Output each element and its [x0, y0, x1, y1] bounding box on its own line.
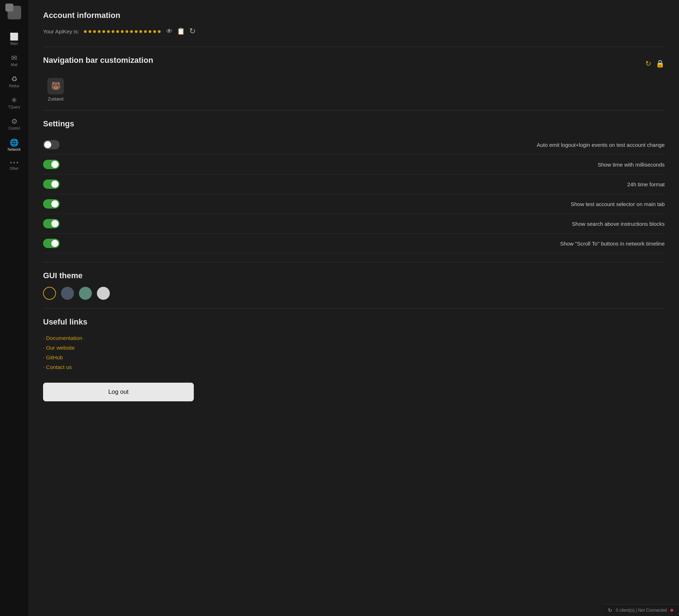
sidebar-item-label: Network [8, 148, 21, 151]
setting-row-show-time-ms: Show time with milliseconds [43, 155, 665, 174]
sidebar-item-label: Main [10, 42, 18, 46]
settings-section: Settings Auto emit logout+login events o… [43, 119, 665, 253]
setting-label-search-above: Show search above instructions blocks [67, 221, 665, 227]
setting-row-scroll-to: Show "Scroll To" buttons in network time… [43, 234, 665, 253]
sidebar-item-redux[interactable]: ♻ Redux [0, 71, 28, 92]
main-icon: ⬜ [10, 33, 19, 40]
setting-row-search-above: Show search above instructions blocks [43, 214, 665, 234]
link-documentation[interactable]: · Documentation [43, 333, 665, 343]
toggle-knob [51, 181, 58, 188]
sidebar: ⬜ Main ✉ Mail ♻ Redux ✳ TQuery ⚙ Control… [0, 0, 29, 616]
setting-label-test-account: Show test account selector on main tab [67, 201, 665, 207]
tquery-icon: ✳ [11, 97, 17, 104]
eye-icon[interactable]: 👁 [166, 28, 173, 35]
divider-2 [43, 110, 665, 111]
copy-icon[interactable]: 📋 [177, 27, 185, 35]
toggle-knob [51, 240, 58, 247]
sidebar-item-label: Other [10, 167, 19, 171]
logout-button[interactable]: Log out [43, 383, 194, 401]
sidebar-item-mail[interactable]: ✉ Mail [0, 50, 28, 71]
main-content: Account information Your ApiKey is: ●●●●… [29, 0, 679, 616]
link-our-website[interactable]: · Our website [43, 343, 665, 353]
divider-3 [43, 262, 665, 262]
setting-label-show-time-ms: Show time with milliseconds [67, 162, 665, 168]
divider-1 [43, 47, 665, 47]
refresh-apikey-icon[interactable]: ↻ [189, 27, 196, 36]
navbar-header: Navigation bar customization ↻ 🔒 [43, 56, 665, 71]
zustand-label: Zustand [48, 97, 63, 102]
toggle-knob [51, 161, 58, 168]
toggle-knob [51, 220, 58, 227]
toggle-show-time-ms[interactable] [43, 160, 60, 169]
toggle-auto-emit[interactable] [43, 140, 60, 149]
navbar-title: Navigation bar customization [43, 56, 153, 65]
sidebar-item-control[interactable]: ⚙ Control [0, 113, 28, 135]
toggle-knob [51, 200, 58, 207]
connection-status-dot [670, 609, 673, 612]
sidebar-item-tquery[interactable]: ✳ TQuery [0, 92, 28, 113]
sidebar-item-label: TQuery [8, 105, 20, 109]
sidebar-logo [5, 4, 23, 22]
sidebar-item-network[interactable]: 🌐 Network [0, 135, 28, 156]
link-contact-us[interactable]: · Contact us [43, 362, 665, 372]
navbar-lock-icon[interactable]: 🔒 [656, 59, 665, 68]
toggle-knob [44, 141, 51, 148]
api-key-row: Your ApiKey is: ●●●●●●●●●●●●●●●●● 👁 📋 ↻ [43, 27, 665, 36]
toggle-scroll-to[interactable] [43, 239, 60, 248]
sidebar-item-label: Control [8, 126, 20, 130]
theme-yellow[interactable] [43, 287, 56, 300]
control-icon: ⚙ [11, 118, 18, 125]
toggle-24h[interactable] [43, 179, 60, 189]
status-bar: ↻ 0 client(s) | Not Connected [602, 604, 679, 616]
navbar-refresh-icon[interactable]: ↻ [645, 59, 651, 68]
status-refresh-icon[interactable]: ↻ [608, 607, 612, 613]
useful-links-section: Useful links · Documentation · Our websi… [43, 317, 665, 372]
theme-circles-list [43, 287, 665, 300]
setting-row-auto-emit: Auto emit logout+login events on test ac… [43, 135, 665, 155]
account-section: Account information Your ApiKey is: ●●●●… [43, 11, 665, 36]
setting-label-auto-emit: Auto emit logout+login events on test ac… [67, 142, 665, 148]
sidebar-item-main[interactable]: ⬜ Main [0, 29, 28, 50]
settings-title: Settings [43, 119, 665, 129]
gui-theme-title: GUI theme [43, 271, 665, 280]
nav-app-zustand[interactable]: 🐻 Zustand [43, 78, 68, 102]
link-github[interactable]: · GitHub [43, 353, 665, 362]
network-icon: 🌐 [10, 139, 19, 146]
api-key-dots: ●●●●●●●●●●●●●●●●● [83, 28, 162, 35]
sidebar-item-label: Redux [9, 84, 19, 88]
api-key-label: Your ApiKey is: [43, 28, 79, 34]
toggle-test-account[interactable] [43, 199, 60, 209]
other-icon: • • • [10, 160, 18, 165]
setting-row-test-account: Show test account selector on main tab [43, 194, 665, 214]
gui-theme-section: GUI theme [43, 271, 665, 300]
account-title: Account information [43, 11, 665, 20]
zustand-icon: 🐻 [47, 78, 64, 94]
setting-row-24h: 24h time format [43, 174, 665, 194]
sidebar-item-label: Mail [11, 63, 17, 67]
mail-icon: ✉ [11, 54, 17, 61]
navbar-apps-list: 🐻 Zustand [43, 78, 665, 102]
divider-4 [43, 308, 665, 309]
navbar-action-icons: ↻ 🔒 [645, 59, 665, 68]
redux-icon: ♻ [11, 75, 18, 83]
setting-label-scroll-to: Show "Scroll To" buttons in network time… [67, 241, 665, 247]
theme-light[interactable] [97, 287, 110, 300]
setting-label-24h: 24h time format [67, 181, 665, 187]
navbar-customization-section: Navigation bar customization ↻ 🔒 🐻 Zusta… [43, 56, 665, 102]
useful-links-title: Useful links [43, 317, 665, 327]
sidebar-item-other[interactable]: • • • Other [0, 156, 28, 175]
toggle-search-above[interactable] [43, 219, 60, 228]
theme-blue-dark[interactable] [61, 287, 74, 300]
status-text: 0 client(s) | Not Connected [616, 608, 667, 613]
theme-teal[interactable] [79, 287, 92, 300]
